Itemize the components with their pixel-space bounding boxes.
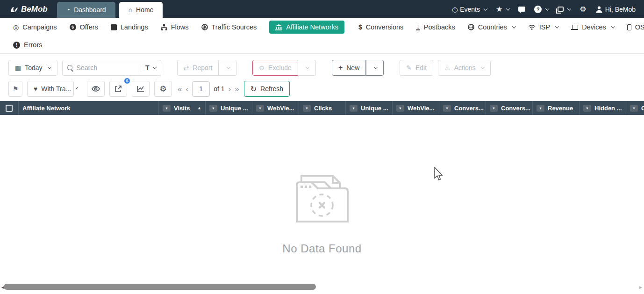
exclude-dropdown-button[interactable] [298,60,316,76]
search-icon [67,65,73,71]
search-input[interactable] [77,64,137,72]
filter-icon[interactable]: ▼ [163,105,171,112]
nav-item-affiliate-networks[interactable]: Affiliate Networks [269,21,344,34]
filter-icon[interactable]: ▼ [396,105,404,112]
report-dropdown-button[interactable] [219,60,236,76]
table-header: Affiliate Network ▼ Visits ▲ ▼ Unique ..… [0,101,644,115]
flow-tree-icon [161,24,167,30]
column-cost[interactable]: ▼ Co [626,101,644,115]
column-webviews[interactable]: ▼ WebVie... [252,101,299,115]
scroll-right-icon[interactable]: ► [638,285,643,290]
new-button[interactable]: + New [332,60,366,76]
page-number-input[interactable] [192,81,210,97]
nav-item-conversions[interactable]: $ Conversions [358,23,403,31]
prev-page-button[interactable]: ‹ [186,85,188,93]
date-range-button[interactable]: ▦ Today [8,60,57,76]
nav-item-landings[interactable]: Landings [111,23,148,31]
nav-item-isp[interactable]: ISP [528,23,558,31]
select-all-checkbox[interactable] [6,105,13,112]
nav-item-postbacks[interactable]: ↓ Postbacks [416,23,455,31]
chevron-down-icon [306,65,309,69]
column-webviews-2[interactable]: ▼ WebVie... [393,101,439,115]
workspace-menu[interactable] [558,7,571,12]
nav-item-campaigns[interactable]: ◎ Campaigns [13,23,57,31]
column-conversions-2[interactable]: ▼ Convers... [486,101,533,115]
exclude-button[interactable]: ⊖ Exclude [252,60,298,76]
toolbar-primary: ▦ Today T ⇄ Report ⊖ Exclu [0,54,644,78]
refresh-button[interactable]: ↻ Refresh [244,81,290,97]
select-all-cell [0,101,19,115]
nav-item-errors[interactable]: ! Errors [13,41,42,49]
filter-icon[interactable]: ▼ [490,105,498,112]
column-clicks[interactable]: ▼ Clicks [299,101,346,115]
calendar-icon: ▦ [15,64,21,72]
scrollbar-thumb[interactable] [4,284,316,290]
first-page-button[interactable]: « [178,85,182,93]
page-count-label: of 1 [214,85,224,93]
speedometer-icon: ◔ [66,6,70,14]
filter-icon[interactable]: ▼ [630,105,638,112]
filter-icon[interactable]: ▼ [209,105,217,112]
bemob-logo[interactable]: BeMob [0,5,57,18]
favorites-menu[interactable]: ★ [496,5,509,14]
dollar-coin-icon: $ [70,24,76,30]
columns-visibility-button[interactable] [87,81,105,97]
column-affiliate-network[interactable]: Affiliate Network [19,101,159,115]
user-menu[interactable]: Hi, BeMob [595,6,636,13]
column-conversions[interactable]: ▼ Convers... [439,101,486,115]
last-page-button[interactable]: » [235,85,239,93]
date-range-label: Today [25,64,42,72]
nav-item-flows[interactable]: Flows [161,23,189,31]
feedback-button[interactable] [518,7,525,12]
events-menu[interactable]: ◷ Events [452,6,487,13]
column-revenue[interactable]: ▼ Revenue [533,101,580,115]
sort-asc-icon: ▲ [197,106,201,110]
nav-item-offers[interactable]: $ Offers [70,23,98,31]
filter-icon[interactable]: ▼ [256,105,264,112]
column-visits[interactable]: ▼ Visits ▲ [159,101,206,115]
column-label: WebVie... [267,105,294,112]
flag-button[interactable]: ⚑ [8,81,22,97]
report-button[interactable]: ⇄ Report [177,60,219,76]
chart-button[interactable] [132,81,150,97]
column-unique-visits[interactable]: ▼ Unique ... [206,101,252,115]
refresh-icon: ↻ [250,85,257,93]
stack-icon [558,7,564,12]
tab-dashboard[interactable]: ◔ Dashboard [57,2,115,18]
edit-button[interactable]: ✎ Edit [400,60,433,76]
column-label: Visits [174,105,190,112]
filter-icon[interactable]: ▼ [537,105,544,112]
filter-icon[interactable]: ▼ [350,105,358,112]
horizontal-scrollbar[interactable]: ◄ ► [0,283,644,291]
new-dropdown-button[interactable] [366,60,384,76]
chevron-down-icon [374,65,378,69]
column-hidden[interactable]: ▼ Hidden ... [580,101,626,115]
tab-home[interactable]: ⌂ Home [119,2,163,18]
nav-label: Flows [171,23,189,31]
filter-icon[interactable]: ▼ [583,105,591,112]
brand-name: BeMob [21,5,48,14]
refresh-label: Refresh [260,85,283,93]
home-icon: ⌂ [129,6,132,14]
chat-icon [518,7,525,12]
filter-icon[interactable]: ▼ [303,105,311,112]
column-unique-clicks[interactable]: ▼ Unique ... [346,101,393,115]
column-label: Hidden ... [594,105,622,112]
traffic-filter-dropdown[interactable]: ♥ With Tra... [27,81,74,97]
share-icon [114,85,122,93]
actions-button[interactable]: ♨ Actions [438,60,490,76]
nav-item-traffic-sources[interactable]: Traffic Sources [201,23,257,31]
main-nav: ◎ Campaigns $ Offers Landings Flows Traf… [0,18,644,36]
gear-icon: ⚙ [580,5,586,14]
settings-button[interactable]: ⚙ [580,5,586,14]
nav-item-devices[interactable]: Devices [571,23,615,31]
search-type-dropdown[interactable]: T [141,64,156,72]
eye-icon [92,86,100,92]
next-page-button[interactable]: › [229,85,231,93]
filter-icon[interactable]: ▼ [443,105,451,112]
table-settings-button[interactable]: ⚙ [154,81,172,97]
help-menu[interactable]: ? [534,6,549,13]
nav-item-countries[interactable]: Countries [468,23,515,31]
nav-item-os[interactable]: OS [627,23,644,31]
chevron-down-icon [480,65,484,69]
